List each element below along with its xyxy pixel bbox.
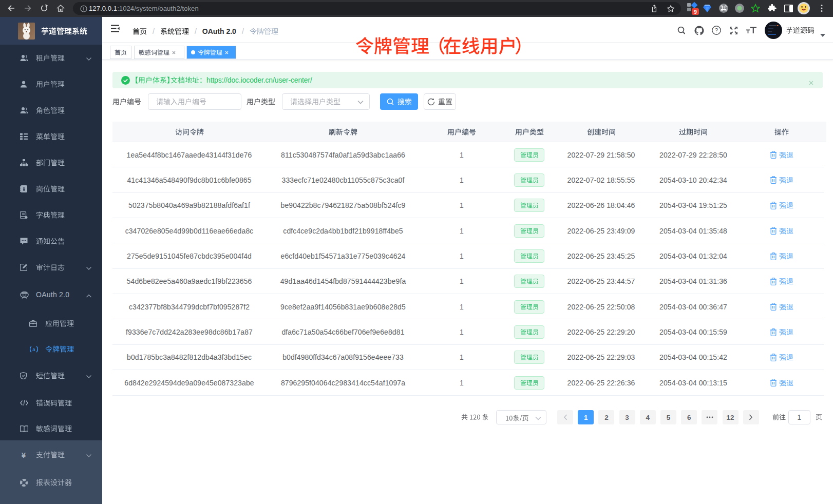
svg-text:a: a [32,346,35,352]
svg-text:¥: ¥ [22,451,26,458]
svg-text:9: 9 [694,9,697,15]
svg-text:?: ? [715,27,718,33]
